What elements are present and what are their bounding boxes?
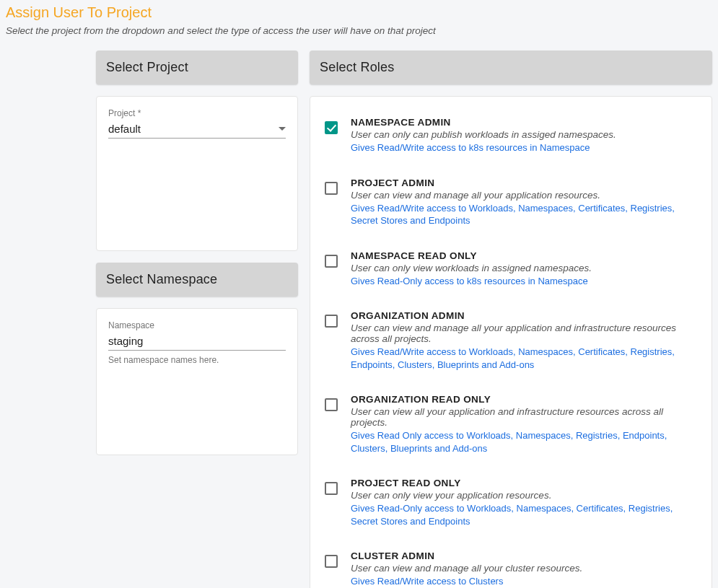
role-checkbox-organization-admin[interactable] <box>325 315 338 328</box>
role-title: ORGANIZATION READ ONLY <box>351 394 700 405</box>
namespace-panel-header: Select Namespace <box>96 263 298 297</box>
role-body: NAMESPACE ADMINUser can only can publish… <box>351 117 700 154</box>
project-select[interactable]: default <box>108 120 286 139</box>
role-row-project-read-only: PROJECT READ ONLYUser can only view your… <box>325 470 700 543</box>
role-description: User can only view your application reso… <box>351 490 700 501</box>
project-field-label: Project * <box>108 108 286 118</box>
role-row-organization-read-only: ORGANIZATION READ ONLYUser can view all … <box>325 387 700 470</box>
role-title: NAMESPACE ADMIN <box>351 117 700 128</box>
role-checkbox-organization-read-only[interactable] <box>325 398 338 411</box>
project-select-value: default <box>108 123 141 135</box>
role-title: CLUSTER ADMIN <box>351 550 700 561</box>
namespace-field-label: Namespace <box>108 320 286 330</box>
role-description: User can view and manage all your applic… <box>351 322 700 344</box>
roles-panel-header: Select Roles <box>310 51 712 84</box>
namespace-card: Namespace Set namespace names here. <box>96 308 298 455</box>
role-detail: Gives Read/Write access to Clusters <box>351 575 700 588</box>
namespace-helper-text: Set namespace names here. <box>108 355 286 365</box>
role-detail: Gives Read/Write access to Workloads, Na… <box>351 202 700 227</box>
role-description: User can only can publish workloads in a… <box>351 129 700 140</box>
role-body: CLUSTER ADMINUser can view and manage al… <box>351 550 700 588</box>
role-detail: Gives Read/Write access to Workloads, Na… <box>351 346 700 371</box>
chevron-down-icon <box>279 127 286 131</box>
role-row-project-admin: PROJECT ADMINUser can view and manage al… <box>325 170 700 243</box>
role-checkbox-namespace-read-only[interactable] <box>325 255 338 268</box>
page-title: Assign User To Project <box>6 4 712 21</box>
role-detail: Gives Read-Only access to Workloads, Nam… <box>351 502 700 527</box>
role-row-cluster-admin: CLUSTER ADMINUser can view and manage al… <box>325 543 700 588</box>
role-description: User can view all your application and i… <box>351 406 700 428</box>
role-detail: Gives Read Only access to Workloads, Nam… <box>351 429 700 455</box>
role-detail: Gives Read/Write access to k8s resources… <box>351 141 700 154</box>
role-body: ORGANIZATION ADMINUser can view and mana… <box>351 310 700 371</box>
role-body: PROJECT READ ONLYUser can only view your… <box>351 478 700 527</box>
page-subtitle: Select the project from the dropdown and… <box>6 25 712 36</box>
role-checkbox-cluster-admin[interactable] <box>325 555 338 568</box>
role-checkbox-namespace-admin[interactable] <box>325 121 338 134</box>
role-checkbox-project-read-only[interactable] <box>325 482 338 495</box>
role-description: User can view and manage all your cluste… <box>351 563 700 574</box>
role-row-namespace-read-only: NAMESPACE READ ONLYUser can only view wo… <box>325 243 700 304</box>
roles-card: NAMESPACE ADMINUser can only can publish… <box>310 96 712 588</box>
role-title: NAMESPACE READ ONLY <box>351 250 700 261</box>
role-body: NAMESPACE READ ONLYUser can only view wo… <box>351 250 700 288</box>
role-checkbox-project-admin[interactable] <box>325 182 338 195</box>
role-title: PROJECT READ ONLY <box>351 478 700 488</box>
role-description: User can only view workloads in assigned… <box>351 263 700 273</box>
role-row-namespace-admin: NAMESPACE ADMINUser can only can publish… <box>325 110 700 170</box>
role-title: ORGANIZATION ADMIN <box>351 310 700 321</box>
namespace-input[interactable] <box>108 332 286 351</box>
project-card: Project * default <box>96 96 298 251</box>
role-detail: Gives Read-Only access to k8s resources … <box>351 275 700 288</box>
role-body: ORGANIZATION READ ONLYUser can view all … <box>351 394 700 455</box>
role-row-organization-admin: ORGANIZATION ADMINUser can view and mana… <box>325 303 700 387</box>
role-body: PROJECT ADMINUser can view and manage al… <box>351 177 700 227</box>
role-description: User can view and manage all your applic… <box>351 190 700 201</box>
role-title: PROJECT ADMIN <box>351 177 700 188</box>
project-panel-header: Select Project <box>96 51 298 84</box>
